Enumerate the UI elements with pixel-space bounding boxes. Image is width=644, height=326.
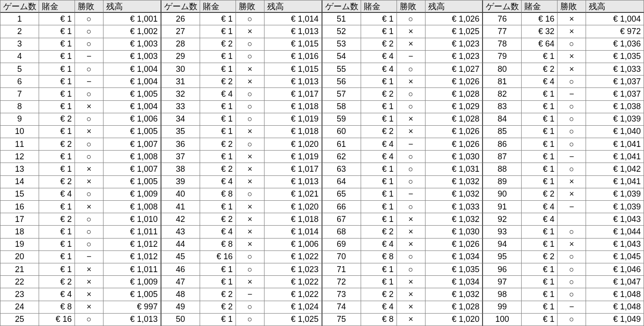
table-row: 100€ 1○€ 1,049 [483,314,644,326]
cell-result: × [75,201,104,213]
cell-balance: € 1,041 [586,176,644,188]
table-row: 7€ 1○€ 1,005 [0,88,161,100]
cell-result [558,213,586,226]
table-row: 47€ 1×€ 1,022 [161,276,322,288]
cell-result: × [236,239,264,251]
cell-result: × [397,226,426,238]
cell-result: ○ [75,13,104,25]
cell-result: ○ [558,76,586,88]
cell-game: 24 [0,301,39,314]
cell-balance: € 1,004 [104,63,161,76]
cell-balance: € 1,020 [426,314,483,326]
table-block: ゲーム数賭金勝敗残高1€ 1○€ 1,0012€ 1○€ 1,0023€ 1○€… [0,0,161,326]
cell-bet: € 1 [200,276,236,288]
cell-balance: € 1,013 [104,314,161,326]
cell-result: ○ [558,314,586,326]
spreadsheet: ゲーム数賭金勝敗残高1€ 1○€ 1,0012€ 1○€ 1,0023€ 1○€… [0,0,644,326]
table-row: 70€ 8○€ 1,034 [322,251,483,263]
cell-balance: € 1,048 [586,301,644,314]
cell-game: 34 [161,113,200,126]
cell-game: 87 [483,151,522,163]
cell-bet: € 4 [522,76,558,88]
cell-result: × [397,288,426,301]
cell-game: 55 [322,63,361,76]
cell-balance: € 1,032 [426,213,483,226]
cell-result: − [558,88,586,100]
cell-game: 71 [322,263,361,276]
cell-bet: € 2 [361,288,397,301]
cell-balance: € 1,029 [426,101,483,113]
table-row: 74€ 4×€ 1,028 [322,301,483,314]
cell-result: ○ [558,163,586,175]
cell-result: ○ [236,13,264,25]
cell-game: 85 [483,126,522,138]
table-row: 34€ 1○€ 1,019 [161,113,322,126]
cell-game: 12 [0,151,39,163]
cell-balance: € 1,020 [264,138,322,151]
cell-game: 15 [0,188,39,201]
cell-game: 68 [322,226,361,238]
cell-result: ○ [397,251,426,263]
cell-game: 51 [322,13,361,25]
cell-game: 89 [483,176,522,188]
cell-bet: € 4 [361,151,397,163]
cell-balance: € 1,002 [104,25,161,38]
cell-balance: € 1,011 [104,263,161,276]
table-row: 29€ 1○€ 1,016 [161,51,322,63]
cell-result: × [558,63,586,76]
cell-bet: € 1 [522,263,558,276]
cell-result: ○ [75,63,104,76]
cell-game: 94 [483,239,522,251]
cell-balance: € 1,007 [104,163,161,175]
table-row: 69€ 4×€ 1,026 [322,239,483,251]
cell-bet: € 1 [361,76,397,88]
cell-balance: € 1,037 [586,88,644,100]
cell-result: × [397,213,426,226]
table-row: 91€ 4−€ 1,039 [483,201,644,213]
cell-bet: € 8 [361,314,397,326]
cell-bet: € 1 [200,314,236,326]
cell-game: 33 [161,101,200,113]
table-row: 61€ 4−€ 1,026 [322,138,483,151]
cell-game: 77 [483,25,522,38]
cell-game: 98 [483,288,522,301]
cell-balance: € 1,032 [426,176,483,188]
cell-result: × [236,126,264,138]
cell-result: − [397,138,426,151]
cell-balance: € 1,004 [104,101,161,113]
cell-result: × [236,276,264,288]
table-row: 54€ 4−€ 1,023 [322,51,483,63]
cell-game: 59 [322,113,361,126]
cell-game: 80 [483,63,522,76]
cell-game: 47 [161,276,200,288]
cell-result: ○ [236,263,264,276]
cell-bet: € 2 [361,88,397,100]
cell-game: 78 [483,38,522,51]
cell-game: 57 [322,88,361,100]
header-row: ゲーム数賭金勝敗残高 [161,0,322,13]
cell-bet: € 1 [361,188,397,201]
cell-bet: € 1 [522,88,558,100]
cell-bet: € 4 [522,201,558,213]
cell-result: ○ [75,188,104,201]
table-row: 88€ 1○€ 1,042 [483,163,644,175]
table-row: 98€ 1○€ 1,048 [483,288,644,301]
cell-bet: € 1 [522,276,558,288]
cell-game: 35 [161,126,200,138]
cell-balance: € 1,022 [264,251,322,263]
table-row: 87€ 1−€ 1,041 [483,151,644,163]
cell-balance: € 1,030 [426,226,483,238]
cell-bet: € 16 [39,314,75,326]
cell-game: 82 [483,88,522,100]
cell-balance: € 1,037 [586,76,644,88]
cell-balance: € 1,008 [104,201,161,213]
cell-game: 56 [322,76,361,88]
cell-game: 9 [0,113,39,126]
cell-game: 52 [322,25,361,38]
cell-game: 76 [483,13,522,25]
cell-result: × [236,76,264,88]
cell-game: 31 [161,76,200,88]
cell-result: − [236,288,264,301]
table-row: 83€ 1○€ 1,038 [483,101,644,113]
cell-game: 6 [0,76,39,88]
